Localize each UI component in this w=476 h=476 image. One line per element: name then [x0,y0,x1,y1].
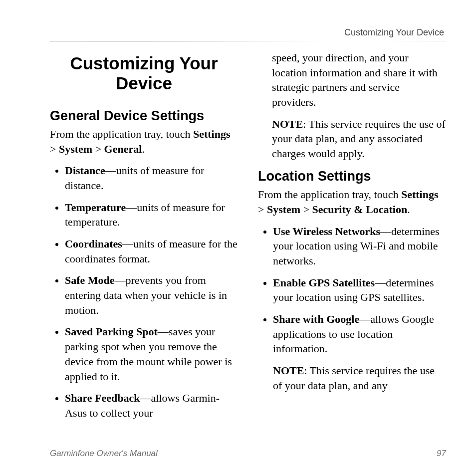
item-sep: — [140,392,151,404]
manual-page: Customizing Your Device Customizing Your… [0,0,476,476]
list-item: Saved Parking Spot—saves your parking sp… [65,324,238,384]
breadcrumb-general: General [104,143,142,155]
list-item: Share with Google—allows Google applicat… [273,312,446,393]
list-item: Safe Mode—prevents you from entering dat… [65,273,238,317]
list-item: Share Feedback—allows Garmin-Asus to col… [65,391,238,420]
breadcrumb-sep: > [258,203,267,216]
two-column-layout: Customizing Your Device General Device S… [50,50,446,429]
general-lead-text: From the application tray, touch Setting… [50,127,238,156]
share-feedback-continuation: speed, your direction, and your location… [272,50,446,110]
running-header: Customizing Your Device [50,27,446,38]
item-term: Temperature [65,201,126,214]
right-column: speed, your direction, and your location… [258,50,446,429]
left-column: Customizing Your Device General Device S… [50,50,238,429]
note-block: NOTE: This service requires the use of y… [273,363,446,393]
breadcrumb-system: System [59,143,92,155]
breadcrumb-sep: > [300,203,312,216]
item-term: Enable GPS Satellites [273,276,375,289]
item-sep: — [158,325,169,338]
location-lead-text: From the application tray, touch Setting… [258,187,446,217]
breadcrumb-security-location: Security & Location [312,203,408,216]
lead-prefix: From the application tray, touch [50,128,193,140]
note-label: NOTE [273,364,304,377]
breadcrumb-sep: > [50,143,59,155]
note-label: NOTE [272,118,303,130]
page-footer: Garminfone Owner's Manual 97 [50,449,446,459]
note-block: NOTE: This service requires the use of y… [272,117,446,161]
section-title-general: General Device Settings [50,108,238,124]
breadcrumb-system: System [267,203,300,216]
item-term: Share with Google [273,313,359,325]
item-term: Coordinates [65,238,122,250]
list-item: Temperature—units of measure for tempera… [65,200,238,230]
footer-page-number: 97 [437,449,446,459]
lead-prefix: From the application tray, touch [258,188,401,201]
section-title-location: Location Settings [258,168,446,184]
chapter-title: Customizing Your Device [50,53,238,94]
footer-manual-title: Garminfone Owner's Manual [50,449,158,459]
header-dotted-rule [50,41,446,41]
breadcrumb-sep: > [92,143,104,155]
item-sep: — [126,201,137,214]
item-sep: — [115,274,126,286]
list-item: Enable GPS Satellites—determines your lo… [273,275,446,305]
item-sep: — [105,164,116,177]
list-item: Coordinates—units of measure for the coo… [65,237,238,266]
item-sep: — [122,238,133,250]
location-settings-list: Use Wireless Networks—determines your lo… [258,224,446,393]
item-sep: — [375,276,386,289]
item-term: Use Wireless Networks [273,225,380,238]
item-term: Distance [65,164,105,177]
list-item: Use Wireless Networks—determines your lo… [273,224,446,268]
lead-suffix: . [142,143,145,155]
list-item: Distance—units of measure for distance. [65,163,238,193]
breadcrumb-settings: Settings [193,128,231,140]
item-term: Share Feedback [65,392,140,404]
item-sep: — [359,313,370,325]
lead-suffix: . [407,203,410,216]
general-settings-list: Distance—units of measure for distance. … [50,163,238,420]
item-term: Safe Mode [65,274,115,286]
item-sep: — [380,225,391,238]
item-term: Saved Parking Spot [65,325,158,338]
breadcrumb-settings: Settings [401,188,439,201]
